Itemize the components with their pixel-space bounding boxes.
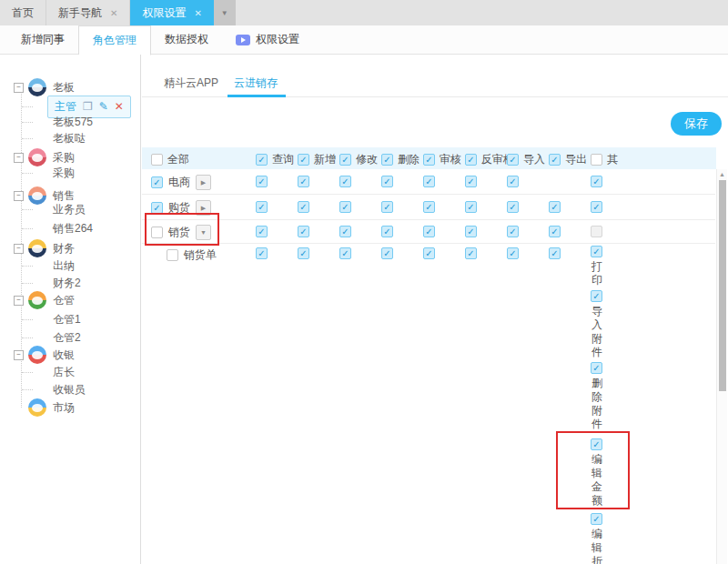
perm-checkbox-新增[interactable]: ✓	[298, 226, 309, 237]
vertical-scrollbar[interactable]: ▲	[716, 169, 727, 564]
tree-node-老板哒[interactable]: 老板哒	[0, 129, 141, 147]
perm-checkbox-新增[interactable]: ✓	[298, 176, 309, 187]
column-checkbox-新增[interactable]: ✓	[298, 154, 309, 166]
perm-checkbox-查询[interactable]: ✓	[256, 176, 268, 187]
perm-checkbox-查询[interactable]: ✓	[256, 226, 268, 237]
tree-node-店长[interactable]: 店长	[0, 363, 141, 381]
tree-node-老板575[interactable]: 老板575	[0, 113, 141, 131]
perm-checkbox-删除[interactable]: ✓	[381, 201, 393, 213]
perm-checkbox-反审核[interactable]: ✓	[465, 201, 477, 213]
nav-item-label: 角色管理	[93, 33, 136, 48]
tree-node-label: 老板575	[53, 115, 93, 130]
scrollbar-thumb[interactable]	[719, 180, 726, 391]
nav-item-数据授权[interactable]: 数据授权	[151, 25, 222, 54]
extra-perm-checkbox[interactable]: ✓	[591, 362, 602, 374]
column-checkbox-导出[interactable]: ✓	[549, 154, 561, 166]
tab-云进销存[interactable]: 云进销存	[234, 76, 278, 91]
window-tab[interactable]: 权限设置✕	[130, 0, 213, 25]
tree-node-财务2[interactable]: 财务2	[0, 274, 141, 292]
extra-perm-label: 导入附件	[591, 305, 603, 359]
window-tab[interactable]: 首页	[0, 0, 46, 25]
perm-checkbox-反审核[interactable]: ✓	[465, 226, 477, 237]
extra-perm-checkbox[interactable]: ✓	[591, 246, 602, 257]
tree-node-采购[interactable]: 采购	[0, 164, 141, 182]
column-label: 导入	[523, 152, 545, 167]
perm-checkbox-审核[interactable]: ✓	[423, 201, 435, 213]
perm-checkbox-导入[interactable]: ✓	[507, 176, 519, 187]
edit-icon[interactable]: ✎	[99, 100, 108, 113]
perm-checkbox-其[interactable]	[591, 226, 602, 237]
perm-checkbox-新增[interactable]: ✓	[298, 201, 309, 213]
perm-checkbox-删除[interactable]: ✓	[381, 247, 393, 259]
perm-checkbox-导出[interactable]: ✓	[549, 226, 561, 237]
tree-collapse-icon[interactable]: −	[14, 153, 24, 163]
tree-node-老板[interactable]: −老板	[0, 78, 141, 96]
window-tab[interactable]: 新手导航✕	[46, 0, 130, 25]
perm-checkbox-其[interactable]: ✓	[591, 176, 602, 187]
tree-node-收银[interactable]: −收银	[0, 346, 141, 364]
perm-checkbox-修改[interactable]: ✓	[339, 226, 351, 237]
perm-checkbox-反审核[interactable]: ✓	[465, 176, 477, 187]
tree-node-label: 仓管2	[53, 330, 81, 346]
tab-close-icon[interactable]: ✕	[110, 8, 117, 18]
tree-node-业务员[interactable]: 业务员	[0, 200, 141, 218]
row-select-checkbox[interactable]	[167, 249, 178, 261]
column-checkbox-其[interactable]	[591, 154, 602, 166]
tree-collapse-icon[interactable]: −	[14, 83, 24, 93]
tree-node-仓管[interactable]: −仓管	[0, 291, 141, 309]
header-cell-查询: ✓查询	[256, 152, 294, 167]
perm-checkbox-审核[interactable]: ✓	[423, 247, 435, 259]
perm-checkbox-修改[interactable]: ✓	[339, 176, 351, 187]
tab-list-dropdown-icon[interactable]: ▼	[214, 0, 236, 25]
nav-item-新增同事[interactable]: 新增同事	[7, 25, 78, 54]
tree-collapse-icon[interactable]: −	[14, 244, 24, 254]
tree-node-仓管2[interactable]: 仓管2	[0, 328, 141, 347]
tree-node-收银员[interactable]: 收银员	[0, 380, 141, 398]
tab-精斗云APP[interactable]: 精斗云APP	[164, 76, 218, 91]
tree-collapse-icon[interactable]: −	[14, 350, 24, 360]
tab-close-icon[interactable]: ✕	[194, 8, 201, 18]
copy-icon[interactable]: ❐	[83, 100, 93, 113]
column-checkbox-导入[interactable]: ✓	[507, 154, 519, 166]
perm-checkbox-删除[interactable]: ✓	[381, 226, 393, 237]
perm-checkbox-修改[interactable]: ✓	[339, 247, 351, 259]
expand-right-icon[interactable]: ▶	[196, 175, 211, 190]
perm-checkbox-导入[interactable]: ✓	[507, 247, 519, 259]
column-checkbox-审核[interactable]: ✓	[423, 154, 435, 166]
column-checkbox-反审核[interactable]: ✓	[465, 154, 477, 166]
save-button[interactable]: 保存	[671, 112, 722, 136]
row-select-checkbox[interactable]: ✓	[151, 176, 163, 188]
tree-node-出纳[interactable]: 出纳	[0, 257, 141, 275]
column-checkbox-修改[interactable]: ✓	[339, 154, 351, 166]
perm-checkbox-删除[interactable]: ✓	[381, 176, 393, 187]
tree-connector-stub	[22, 372, 33, 373]
perm-checkbox-反审核[interactable]: ✓	[465, 247, 477, 259]
tree-node-label: 老板哒	[53, 131, 86, 146]
perm-checkbox-查询[interactable]: ✓	[256, 247, 268, 259]
perm-checkbox-查询[interactable]: ✓	[256, 201, 268, 213]
perm-checkbox-审核[interactable]: ✓	[423, 226, 435, 237]
tree-node-销售264[interactable]: 销售264	[0, 219, 141, 237]
tree-collapse-icon[interactable]: −	[14, 296, 24, 306]
tree-node-财务[interactable]: −财务	[0, 239, 141, 257]
perm-checkbox-导出[interactable]: ✓	[549, 247, 561, 259]
delete-icon[interactable]: ✕	[115, 100, 124, 113]
perm-checkbox-导入[interactable]: ✓	[507, 226, 519, 237]
nav-item-角色管理[interactable]: 角色管理	[78, 25, 151, 55]
perm-checkbox-其[interactable]: ✓	[591, 201, 602, 213]
scroll-up-icon[interactable]: ▲	[719, 171, 725, 177]
select-all-checkbox[interactable]	[151, 154, 163, 166]
nav-item-权限设置[interactable]: 权限设置	[222, 25, 313, 54]
tree-node-仓管1[interactable]: 仓管1	[0, 310, 141, 328]
perm-checkbox-修改[interactable]: ✓	[339, 201, 351, 213]
column-checkbox-查询[interactable]: ✓	[256, 154, 268, 166]
perm-checkbox-新增[interactable]: ✓	[298, 247, 309, 259]
column-checkbox-删除[interactable]: ✓	[381, 154, 393, 166]
tree-node-市场[interactable]: 市场	[0, 398, 141, 417]
extra-perm-checkbox[interactable]: ✓	[591, 290, 602, 302]
perm-checkbox-审核[interactable]: ✓	[423, 176, 435, 187]
perm-checkbox-导出[interactable]: ✓	[549, 201, 561, 213]
extra-perm-checkbox[interactable]: ✓	[591, 513, 602, 525]
header-cell-删除: ✓删除	[381, 152, 420, 167]
perm-checkbox-导入[interactable]: ✓	[507, 201, 519, 213]
